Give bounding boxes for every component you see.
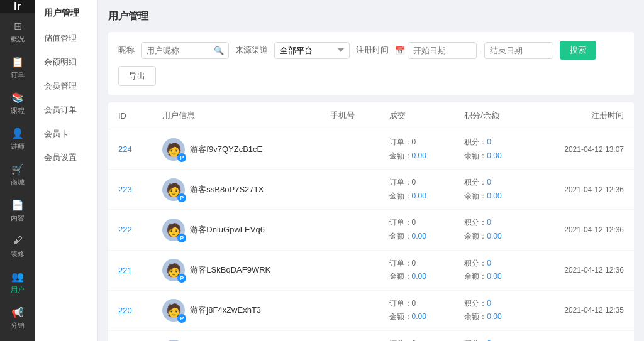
sidebar-item-member-settings[interactable]: 会员设置 <box>35 146 97 170</box>
user-table: ID 用户信息 手机号 成交 积分/余额 注册时间 224🧑P游客f9v7QYZ… <box>108 102 634 341</box>
user-table-wrap: ID 用户信息 手机号 成交 积分/余额 注册时间 224🧑P游客f9v7QYZ… <box>108 102 634 341</box>
cell-phone <box>320 250 379 290</box>
cell-id[interactable]: 224 <box>108 129 152 170</box>
cell-user-info: 🧑P游客LSkBqDAF9WRK <box>152 250 320 290</box>
table-row: 221🧑P游客LSkBqDAF9WRK订单：0金额：0.00积分：0余额：0.0… <box>108 250 634 290</box>
cell-phone <box>320 290 379 330</box>
page-title: 用户管理 <box>108 10 634 23</box>
user-badge: P <box>177 193 186 202</box>
content-area: 用户管理 昵称 🔍 来源渠道 全部平台 注册时间 📅 - 搜索 导出 <box>98 0 644 341</box>
cell-user-info: 🧑P游客f9v7QYZcB1cE <box>152 129 320 170</box>
time-label: 注册时间 <box>356 45 389 56</box>
cell-id[interactable]: 220 <box>108 290 152 330</box>
source-select[interactable]: 全部平台 <box>274 42 350 59</box>
user-badge: P <box>177 314 186 323</box>
cell-id[interactable]: 219 <box>108 330 152 341</box>
cell-time: 2021-04-12 12:35 <box>530 330 634 341</box>
table-row: 223🧑P游客ssB8oP7S271X订单：0金额：0.00积分：0余额：0.0… <box>108 170 634 210</box>
table-row: 220🧑P游客j8F4xZwExhT3订单：0金额：0.00积分：0余额：0.0… <box>108 290 634 330</box>
cell-points: 积分：0余额：0.00 <box>454 290 530 330</box>
col-header-deal: 成交 <box>379 102 455 129</box>
cell-id[interactable]: 221 <box>108 250 152 290</box>
shop-icon: 🛒 <box>10 161 25 176</box>
col-header-time: 注册时间 <box>530 102 634 129</box>
cell-time: 2021-04-12 12:36 <box>530 210 634 250</box>
cell-deal: 订单：0金额：0.00 <box>379 129 455 170</box>
sidebar-item-member-card[interactable]: 会员卡 <box>35 122 97 146</box>
table-row: 219🧑P游客4j4dvdDlgmyH订单：0金额：0.00积分：0余额：0.0… <box>108 330 634 341</box>
cell-user-info: 🧑P游客DnluGpwLEVq6 <box>152 210 320 250</box>
sidebar-item-order[interactable]: 📋 订单 <box>0 49 35 85</box>
cell-deal: 订单：0金额：0.00 <box>379 170 455 210</box>
cell-user-info: 🧑P游客j8F4xZwExhT3 <box>152 290 320 330</box>
cell-points: 积分：0余额：0.00 <box>454 250 530 290</box>
sidebar-item-promo[interactable]: 📢 分销 <box>0 300 35 335</box>
second-sidebar-title: 用户管理 <box>35 0 97 26</box>
cell-points: 积分：0余额：0.00 <box>454 170 530 210</box>
cell-phone <box>320 129 379 170</box>
sidebar-item-decor[interactable]: 🖌 装修 <box>0 228 35 264</box>
teacher-icon: 👤 <box>10 126 25 141</box>
sidebar-item-member-order[interactable]: 会员订单 <box>35 98 97 122</box>
sidebar-item-data[interactable]: 📊 数据 <box>0 335 35 341</box>
cell-deal: 订单：0金额：0.00 <box>379 250 455 290</box>
sidebar-item-overview[interactable]: ⊞ 概况 <box>0 13 35 49</box>
sidebar-item-user[interactable]: 👥 用户 <box>0 264 35 300</box>
source-label: 来源渠道 <box>235 45 268 56</box>
cell-points: 积分：0余额：0.00 <box>454 129 530 170</box>
search-icon: 🔍 <box>214 46 224 55</box>
overview-icon: ⊞ <box>10 18 25 33</box>
date-separator: - <box>479 46 482 55</box>
cell-points: 积分：0余额：0.00 <box>454 330 530 341</box>
cell-time: 2021-04-12 12:36 <box>530 170 634 210</box>
user-name[interactable]: 游客j8F4xZwExhT3 <box>190 305 261 316</box>
user-name[interactable]: 游客ssB8oP7S271X <box>190 184 264 195</box>
nickname-label: 昵称 <box>118 45 135 56</box>
table-row: 224🧑P游客f9v7QYZcB1cE订单：0金额：0.00积分：0余额：0.0… <box>108 129 634 170</box>
cell-time: 2021-04-12 12:35 <box>530 290 634 330</box>
cell-id[interactable]: 222 <box>108 210 152 250</box>
decor-icon: 🖌 <box>10 233 25 248</box>
cell-phone <box>320 170 379 210</box>
start-date-input[interactable] <box>408 42 477 59</box>
col-header-id: ID <box>108 102 152 129</box>
sidebar-item-recharge[interactable]: 储值管理 <box>35 26 97 50</box>
table-row: 222🧑P游客DnluGpwLEVq6订单：0金额：0.00积分：0余额：0.0… <box>108 210 634 250</box>
sidebar-item-content[interactable]: 📄 内容 <box>0 192 35 228</box>
sidebar-logo: Ir <box>0 0 35 13</box>
sidebar-item-member-mgmt[interactable]: 会员管理 <box>35 74 97 98</box>
date-range: 📅 - <box>395 42 553 59</box>
calendar-icon: 📅 <box>395 46 405 55</box>
end-date-input[interactable] <box>484 42 553 59</box>
cell-user-info: 🧑P游客4j4dvdDlgmyH <box>152 330 320 341</box>
cell-time: 2021-04-12 13:07 <box>530 129 634 170</box>
sidebar-item-shop[interactable]: 🛒 商城 <box>0 156 35 192</box>
cell-points: 积分：0余额：0.00 <box>454 210 530 250</box>
user-name[interactable]: 游客LSkBqDAF9WRK <box>190 264 270 276</box>
course-icon: 📚 <box>10 90 25 105</box>
cell-phone <box>320 330 379 341</box>
sidebar-item-teacher[interactable]: 👤 讲师 <box>0 121 35 156</box>
search-button[interactable]: 搜索 <box>560 41 596 60</box>
col-header-phone: 手机号 <box>320 102 379 129</box>
user-name[interactable]: 游客f9v7QYZcB1cE <box>190 144 262 155</box>
main-area: 用户管理 储值管理 余额明细 会员管理 会员订单 会员卡 会员设置 用户管理 昵… <box>35 0 644 341</box>
user-icon: 👥 <box>10 269 25 284</box>
nickname-input-wrap: 🔍 <box>141 42 229 59</box>
cell-phone <box>320 210 379 250</box>
user-name[interactable]: 游客DnluGpwLEVq6 <box>190 224 265 235</box>
col-header-points: 积分/余额 <box>454 102 530 129</box>
sidebar-item-balance[interactable]: 余额明细 <box>35 50 97 74</box>
sidebar-item-course[interactable]: 📚 课程 <box>0 85 35 121</box>
cell-id[interactable]: 223 <box>108 170 152 210</box>
col-header-userinfo: 用户信息 <box>152 102 320 129</box>
cell-deal: 订单：0金额：0.00 <box>379 290 455 330</box>
user-badge: P <box>177 153 186 162</box>
user-badge: P <box>177 274 186 283</box>
promo-icon: 📢 <box>10 305 25 320</box>
export-button[interactable]: 导出 <box>118 66 156 86</box>
sidebar: Ir ⊞ 概况 📋 订单 📚 课程 👤 讲师 🛒 商城 📄 内容 🖌 装修 👥 … <box>0 0 35 341</box>
cell-user-info: 🧑P游客ssB8oP7S271X <box>152 170 320 210</box>
user-badge: P <box>177 234 186 242</box>
cell-deal: 订单：0金额：0.00 <box>379 210 455 250</box>
